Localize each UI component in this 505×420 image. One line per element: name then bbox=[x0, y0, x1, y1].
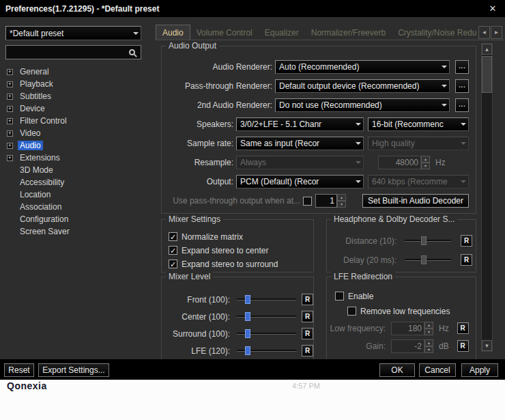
sidebar-item-general[interactable]: + General bbox=[0, 66, 150, 78]
sidebar-item-label: Device bbox=[18, 104, 47, 113]
surround-level-row: Surround (100): R bbox=[162, 328, 313, 339]
sidebar-item-label: 3D Mode bbox=[18, 165, 55, 175]
reset-button[interactable]: Reset bbox=[4, 363, 34, 377]
front-slider[interactable] bbox=[237, 294, 296, 305]
slider-thumb[interactable] bbox=[245, 329, 250, 338]
second-audio-renderer-select[interactable]: Do not use (Recommended) bbox=[275, 98, 450, 112]
tab-volume-control[interactable]: Volume Control bbox=[190, 25, 259, 40]
selected-value: 640 kbps (Recomme bbox=[369, 177, 458, 186]
scroll-up-icon[interactable]: ▲ bbox=[482, 44, 492, 55]
cancel-button[interactable]: Cancel bbox=[419, 363, 456, 377]
desktop-brand-text: Qonexia bbox=[7, 380, 47, 391]
sidebar-item-playback[interactable]: + Playback bbox=[0, 78, 150, 90]
center-reset-button[interactable]: R bbox=[302, 311, 313, 322]
preset-dropdown[interactable]: *Default preset bbox=[5, 26, 141, 40]
surround-slider[interactable] bbox=[237, 328, 296, 339]
speakers-select[interactable]: 3/0/2+LFE - 5.1 Chanr bbox=[236, 117, 364, 131]
second-renderer-more-button[interactable]: ... bbox=[455, 98, 469, 112]
check-icon: ✓ bbox=[169, 260, 177, 268]
selected-value: High quality bbox=[369, 139, 458, 148]
sample-quality-select: High quality bbox=[368, 137, 469, 150]
apply-button[interactable]: Apply bbox=[461, 363, 498, 377]
distance-slider bbox=[405, 236, 451, 246]
tab-scroll-left-button[interactable]: ◄ bbox=[478, 26, 490, 39]
audio-renderer-select[interactable]: Auto (Recommended) bbox=[275, 60, 450, 74]
sidebar-item-accessibility[interactable]: Accessibility bbox=[0, 176, 150, 188]
sidebar-item-video[interactable]: + Video bbox=[0, 127, 150, 139]
sidebar-item-3d-mode[interactable]: 3D Mode bbox=[0, 164, 150, 176]
spinner-value[interactable]: 1 bbox=[315, 194, 337, 208]
tab-equalizer[interactable]: Equalizer bbox=[259, 25, 305, 40]
set-builtin-decoder-button[interactable]: Set Built-in Audio Decoder bbox=[362, 194, 469, 208]
low-frequency-spinner: 180 ▴ ▾ bbox=[391, 322, 433, 335]
center-slider[interactable] bbox=[237, 311, 296, 322]
ok-button[interactable]: OK bbox=[379, 363, 415, 377]
close-icon[interactable]: ✕ bbox=[486, 3, 500, 14]
sidebar-item-configuration[interactable]: Configuration bbox=[0, 213, 150, 225]
lfe-slider[interactable] bbox=[237, 346, 296, 356]
search-box[interactable] bbox=[5, 45, 141, 59]
slider-thumb[interactable] bbox=[245, 295, 250, 304]
screen: Preferences(1.7.21295) - *Default preset… bbox=[0, 0, 505, 420]
sidebar-item-device[interactable]: + Device bbox=[0, 102, 150, 115]
center-level-row: Center (100): R bbox=[162, 311, 313, 322]
low-frequency-reset-button[interactable]: R bbox=[457, 322, 469, 334]
expand-plus-icon[interactable]: + bbox=[7, 130, 13, 137]
expand-plus-icon[interactable]: + bbox=[7, 69, 13, 75]
passthrough-renderer-select[interactable]: Default output device (Recommended) bbox=[275, 79, 450, 93]
sample-rate-select[interactable]: Same as input (Recor bbox=[236, 137, 364, 150]
passthrough-checkbox[interactable] bbox=[303, 197, 312, 206]
check-icon: ✓ bbox=[169, 233, 177, 241]
speaker-format-select[interactable]: 16-bit (Recommenc bbox=[368, 117, 469, 131]
field-label: Gain: bbox=[327, 341, 386, 351]
lfe-reset-button[interactable]: R bbox=[302, 345, 313, 356]
resample-row: Resample: Always 48000 ▴ ▾ Hz bbox=[162, 156, 476, 169]
spinner-value: 48000 bbox=[378, 156, 421, 169]
slider-thumb[interactable] bbox=[245, 312, 250, 321]
front-reset-button[interactable]: R bbox=[302, 294, 313, 305]
chevron-down-icon bbox=[353, 176, 363, 188]
scroll-down-icon[interactable]: ▼ bbox=[482, 340, 492, 351]
spin-down-icon[interactable]: ▾ bbox=[337, 201, 346, 208]
lfe-enable-checkbox[interactable] bbox=[335, 292, 344, 300]
passthrough-attempts-spinner[interactable]: 1 ▴ ▾ bbox=[315, 194, 346, 208]
sidebar-item-audio[interactable]: + Audio bbox=[0, 139, 150, 152]
desktop-background: Qonexia 4:57 PM bbox=[0, 380, 505, 420]
sidebar-item-screen-saver[interactable]: Screen Saver bbox=[0, 225, 150, 238]
expand-plus-icon[interactable]: + bbox=[7, 118, 13, 124]
surround-reset-button[interactable]: R bbox=[302, 328, 313, 339]
expand-plus-icon[interactable]: + bbox=[7, 106, 13, 112]
passthrough-renderer-more-button[interactable]: ... bbox=[455, 79, 469, 93]
sidebar-item-location[interactable]: Location bbox=[0, 188, 150, 201]
normalize-matrix-checkbox[interactable]: ✓ bbox=[169, 232, 177, 241]
remove-low-freq-checkbox[interactable] bbox=[347, 307, 356, 316]
slider-thumb[interactable] bbox=[245, 346, 250, 355]
spin-up-icon[interactable]: ▴ bbox=[337, 194, 346, 201]
selected-value: 3/0/2+LFE - 5.1 Chanr bbox=[237, 120, 353, 129]
tab-audio[interactable]: Audio bbox=[156, 25, 190, 40]
expand-plus-icon[interactable]: + bbox=[7, 143, 13, 149]
export-settings-button[interactable]: Export Settings... bbox=[38, 363, 109, 377]
sidebar-item-subtitles[interactable]: + Subtitles bbox=[0, 90, 150, 102]
expand-stereo-center-checkbox[interactable]: ✓ bbox=[169, 246, 177, 255]
output-format-select[interactable]: PCM (Default) (Recor bbox=[236, 175, 364, 188]
scrollbar-thumb[interactable] bbox=[482, 56, 492, 93]
expand-stereo-surround-checkbox[interactable]: ✓ bbox=[169, 260, 177, 268]
checkbox-label: Normalize matrix bbox=[182, 232, 243, 242]
search-input[interactable] bbox=[10, 48, 129, 57]
expand-plus-icon[interactable]: + bbox=[7, 94, 13, 100]
tab-normalizer-freeverb[interactable]: Normalizer/Freeverb bbox=[305, 25, 392, 40]
delay-reset-button[interactable]: R bbox=[461, 254, 472, 266]
expand-plus-icon[interactable]: + bbox=[7, 81, 13, 87]
tab-scroll-right-button[interactable]: ► bbox=[491, 26, 502, 39]
sidebar-item-association[interactable]: Association bbox=[0, 201, 150, 213]
tab-crystality-noise-reduction[interactable]: Crystality/Noise Redu bbox=[392, 25, 478, 40]
field-label: Low frequency: bbox=[327, 324, 386, 333]
vertical-scrollbar[interactable]: ▲ ▼ bbox=[481, 43, 493, 352]
gain-reset-button[interactable]: R bbox=[457, 340, 469, 352]
expand-plus-icon[interactable]: + bbox=[7, 155, 13, 161]
distance-reset-button[interactable]: R bbox=[461, 235, 472, 247]
audio-renderer-more-button[interactable]: ... bbox=[455, 60, 469, 74]
sidebar-item-extensions[interactable]: + Extensions bbox=[0, 152, 150, 164]
sidebar-item-filter-control[interactable]: + Filter Control bbox=[0, 115, 150, 127]
